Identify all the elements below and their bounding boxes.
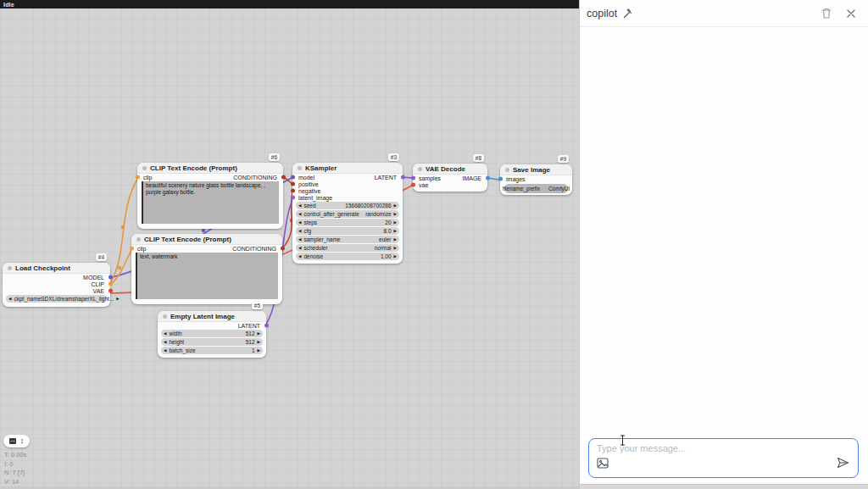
- message-input[interactable]: [597, 443, 850, 453]
- widget-name: height: [169, 339, 184, 345]
- node-title-bar[interactable]: CLIP Text Encode (Prompt): [137, 163, 283, 174]
- close-panel-icon[interactable]: [846, 8, 856, 19]
- widget-cfg[interactable]: cfg 8.0: [296, 227, 399, 235]
- widget-seed[interactable]: seed 156680208700286: [296, 202, 399, 209]
- slot-row[interactable]: clip CONDITIONING: [131, 245, 282, 252]
- widget-sampler-name[interactable]: sampler_name euler: [296, 236, 399, 243]
- widget-value: 20: [385, 219, 391, 225]
- output-slot-vae[interactable]: VAE: [3, 287, 110, 294]
- collapse-dot[interactable]: [136, 237, 141, 242]
- slot-row[interactable]: clip CONDITIONING: [137, 174, 283, 181]
- message-input-box[interactable]: [588, 438, 859, 478]
- widget-value: euler: [379, 236, 391, 242]
- widget-value: 512: [246, 339, 255, 345]
- node-save-image[interactable]: #9 Save Image images filename_prefix Com…: [500, 164, 572, 195]
- widget-name: control_after_generate: [303, 211, 359, 217]
- panel-footer-strip: [580, 484, 868, 489]
- node-title-bar[interactable]: VAE Decode: [413, 164, 487, 175]
- widget-value: 1: [252, 347, 255, 353]
- stat-line: V: 14: [4, 478, 34, 487]
- widget-value: SDXL/dreamshaperXL_light...: [41, 296, 114, 302]
- slot-dot[interactable]: [291, 175, 295, 180]
- collapse-dot[interactable]: [8, 266, 12, 270]
- widget-height[interactable]: height 512: [161, 338, 263, 346]
- widget-filename-prefix[interactable]: filename_prefix ComfyUI: [504, 184, 568, 193]
- widget-denoise[interactable]: denoise 1.00: [296, 253, 399, 260]
- canvas-toolbar-pill[interactable]: [3, 435, 30, 447]
- slot-dot[interactable]: [486, 176, 490, 181]
- node-clip-text-encode-positive[interactable]: #6 CLIP Text Encode (Prompt) clip CONDIT…: [137, 163, 283, 229]
- slot-label: CONDITIONING: [232, 246, 276, 252]
- slot-dot[interactable]: [281, 175, 286, 180]
- output-slot-model[interactable]: MODEL: [3, 274, 110, 281]
- slot-dot[interactable]: [291, 182, 295, 186]
- attach-image-icon[interactable]: [597, 457, 609, 472]
- node-id-badge: #6: [269, 153, 280, 161]
- clear-chat-trash-icon[interactable]: [821, 7, 832, 19]
- collapse-dot[interactable]: [505, 168, 509, 172]
- widget-name: seed: [303, 203, 315, 208]
- node-title-bar[interactable]: Empty Latent Image: [158, 311, 266, 322]
- widget-value: 512: [246, 331, 255, 336]
- slot-dot[interactable]: [264, 324, 269, 328]
- slot-row[interactable]: vae: [413, 181, 487, 188]
- slot-dot[interactable]: [498, 177, 503, 181]
- slot-dot[interactable]: [130, 247, 134, 251]
- node-id-badge: #5: [252, 302, 263, 309]
- widget-name: sampler_name: [303, 236, 340, 242]
- node-ksampler[interactable]: #3 KSampler model LATENT positive negati…: [292, 163, 403, 264]
- slot-dot[interactable]: [108, 275, 113, 280]
- widget-value: 1.00: [381, 253, 392, 259]
- node-title-bar[interactable]: Save Image: [500, 164, 572, 175]
- widget-control-after-generate[interactable]: control_after_generate randomize: [296, 210, 399, 218]
- wire-dot: [118, 266, 121, 270]
- node-vae-decode[interactable]: #8 VAE Decode samples IMAGE vae: [413, 164, 487, 192]
- slot-dot[interactable]: [411, 183, 415, 187]
- collapse-dot[interactable]: [298, 166, 302, 170]
- node-graph-canvas[interactable]: #4 Load Checkpoint MODEL CLIP VAE ckpt_n…: [0, 8, 579, 489]
- slot-dot[interactable]: [401, 175, 405, 180]
- node-load-checkpoint[interactable]: #4 Load Checkpoint MODEL CLIP VAE ckpt_n…: [3, 263, 110, 307]
- node-title-bar[interactable]: CLIP Text Encode (Prompt): [131, 234, 282, 245]
- slot-dot[interactable]: [291, 189, 295, 193]
- slot-label: IMAGE: [462, 175, 481, 181]
- node-empty-latent-image[interactable]: #5 Empty Latent Image LATENT width 512 h…: [158, 311, 266, 358]
- slot-row[interactable]: model LATENT: [292, 174, 403, 181]
- slot-row[interactable]: negative: [292, 187, 403, 194]
- slot-label: latent_image: [298, 195, 332, 201]
- collapse-dot[interactable]: [163, 314, 167, 319]
- output-slot-latent[interactable]: LATENT: [158, 322, 266, 329]
- slot-row[interactable]: samples IMAGE: [413, 175, 487, 181]
- collapse-dot[interactable]: [142, 166, 147, 170]
- widget-ckpt-name[interactable]: ckpt_name SDXL/dreamshaperXL_light...: [6, 295, 107, 303]
- prompt-textarea[interactable]: beautiful scenery nature glass bottle la…: [142, 181, 279, 224]
- slot-row[interactable]: images: [500, 175, 572, 182]
- slot-dot[interactable]: [108, 282, 113, 286]
- slot-row[interactable]: latent_image: [292, 194, 403, 201]
- slot-dot[interactable]: [291, 196, 295, 200]
- node-title: CLIP Text Encode (Prompt): [150, 164, 237, 172]
- text-cursor-pointer: [619, 434, 626, 449]
- node-title-bar[interactable]: KSampler: [292, 163, 403, 174]
- slot-dot[interactable]: [281, 247, 285, 251]
- slot-dot[interactable]: [136, 175, 140, 180]
- image-preview-icon[interactable]: [9, 438, 16, 444]
- node-title-bar[interactable]: Load Checkpoint: [3, 263, 110, 274]
- send-message-icon[interactable]: [837, 457, 849, 472]
- collapse-dot[interactable]: [418, 167, 422, 171]
- slot-row[interactable]: positive: [292, 181, 403, 187]
- wire-dot: [121, 225, 125, 229]
- widget-steps[interactable]: steps 20: [296, 219, 399, 226]
- output-slot-clip[interactable]: CLIP: [3, 281, 110, 287]
- widget-value: normal: [375, 245, 392, 251]
- widget-batch-size[interactable]: batch_size 1: [161, 347, 263, 354]
- slot-label: LATENT: [238, 323, 260, 329]
- widget-width[interactable]: width 512: [161, 330, 263, 337]
- up-down-arrows-icon[interactable]: [20, 437, 25, 445]
- node-clip-text-encode-negative[interactable]: CLIP Text Encode (Prompt) clip CONDITION…: [131, 234, 282, 304]
- widget-scheduler[interactable]: scheduler normal: [296, 244, 399, 252]
- link-wires: [0, 8, 579, 489]
- prompt-textarea[interactable]: text, watermark: [136, 253, 278, 299]
- slot-dot[interactable]: [411, 176, 415, 181]
- slot-dot[interactable]: [108, 289, 113, 293]
